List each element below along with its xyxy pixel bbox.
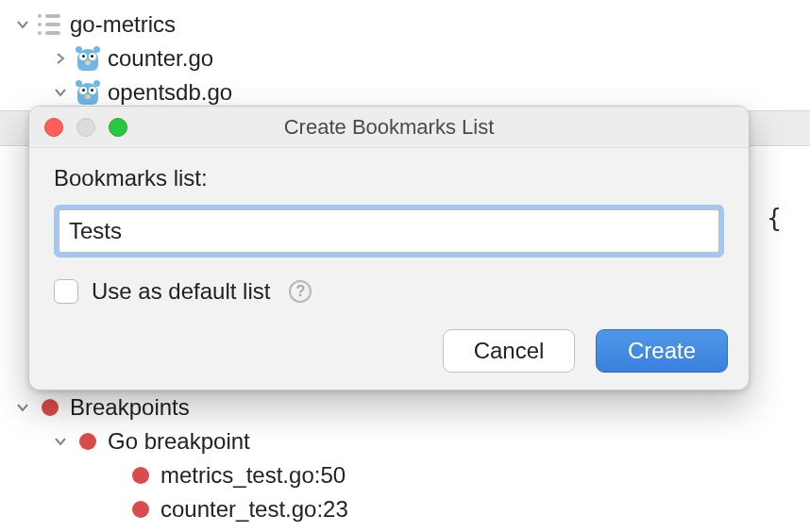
- tree-breakpoint-item-2[interactable]: counter_test.go:23: [0, 492, 348, 526]
- dialog-titlebar[interactable]: Create Bookmarks List: [29, 107, 749, 148]
- tree-breakpoints-group[interactable]: Breakpoints: [0, 391, 348, 424]
- bookmarks-list-label: Bookmarks list:: [54, 165, 724, 191]
- tree-breakpoint-label: metrics_test.go:50: [157, 458, 346, 492]
- breakpoint-icon: [125, 467, 157, 484]
- tree-breakpoint-label: counter_test.go:23: [157, 492, 348, 526]
- use-as-default-label: Use as default list: [92, 278, 270, 305]
- chevron-down-icon: [49, 430, 72, 453]
- help-icon[interactable]: ?: [289, 280, 312, 303]
- chevron-down-icon: [11, 13, 34, 36]
- use-as-default-checkbox[interactable]: [54, 279, 78, 304]
- bookmarks-list-input[interactable]: [59, 209, 719, 253]
- tree-file-counter-go[interactable]: counter.go: [0, 42, 810, 75]
- minimize-icon: [76, 118, 95, 137]
- tree-folder-go-metrics[interactable]: go-metrics: [0, 8, 810, 42]
- tree-breakpoints-label: Breakpoints: [66, 391, 190, 424]
- cancel-button[interactable]: Cancel: [443, 329, 575, 373]
- window-controls: [44, 107, 127, 147]
- breakpoints-tree: Breakpoints Go breakpoint metrics_test.g…: [0, 383, 348, 526]
- tree-file-label: opentsdb.go: [104, 75, 232, 109]
- breakpoint-icon: [34, 399, 66, 416]
- tree-file-label: counter.go: [104, 42, 213, 75]
- tree-breakpoint-item-1[interactable]: metrics_test.go:50: [0, 458, 348, 492]
- chevron-down-icon: [49, 81, 72, 104]
- gopher-icon: [72, 44, 104, 73]
- zoom-icon[interactable]: [109, 118, 127, 137]
- bookmarks-list-input-wrap: [54, 205, 724, 258]
- dialog-title: Create Bookmarks List: [284, 115, 495, 140]
- gopher-icon: [72, 78, 104, 107]
- project-tree: go-metrics counter.go opentsdb.go: [0, 0, 810, 109]
- chevron-down-icon: [11, 396, 34, 419]
- breakpoint-icon: [72, 433, 104, 450]
- tree-file-opentsdb-go[interactable]: opentsdb.go: [0, 75, 810, 109]
- create-button[interactable]: Create: [596, 329, 728, 373]
- tree-go-breakpoint-group[interactable]: Go breakpoint: [0, 424, 348, 458]
- close-icon[interactable]: [44, 118, 63, 137]
- chevron-right-icon: [49, 47, 72, 70]
- list-icon: [34, 14, 66, 35]
- editor-visible-text: {: [767, 204, 782, 232]
- breakpoint-icon: [125, 501, 157, 518]
- tree-folder-label: go-metrics: [66, 8, 176, 42]
- create-bookmarks-list-dialog: Create Bookmarks List Bookmarks list: Us…: [28, 106, 750, 391]
- tree-go-breakpoint-label: Go breakpoint: [104, 424, 250, 458]
